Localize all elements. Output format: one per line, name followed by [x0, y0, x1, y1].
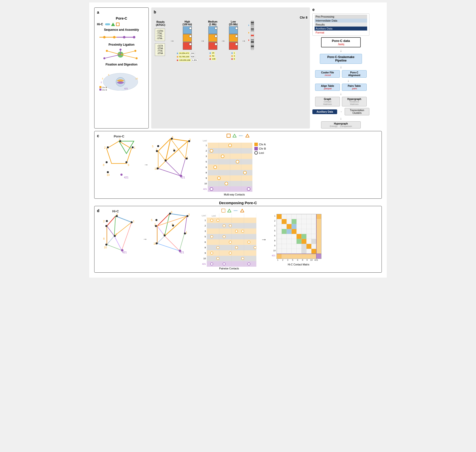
svg-text:3: 3: [287, 259, 288, 261]
svg-rect-275: [301, 219, 306, 224]
chr8-visual: [248, 20, 256, 51]
d-icon-tri2: [240, 209, 244, 213]
svg-rect-310: [297, 239, 301, 244]
svg-rect-326: [287, 249, 292, 254]
svg-rect-340: [311, 254, 316, 259]
svg-rect-288: [277, 229, 282, 234]
svg-point-232: [229, 252, 232, 254]
svg-point-235: [210, 263, 213, 265]
c-matrix-grid: [208, 139, 252, 193]
svg-rect-64: [251, 35, 254, 36]
svg-rect-327: [292, 249, 297, 254]
svg-text:3: 3: [188, 213, 190, 216]
fc-split-1: Cooler File .mcool Pore-CAlignment: [312, 70, 369, 78]
svg-marker-75: [107, 141, 131, 163]
fc-entropy-label: Entropy: [330, 125, 337, 128]
svg-line-156: [107, 236, 114, 245]
svg-text:5: 5: [274, 229, 275, 232]
svg-point-85: [119, 140, 121, 142]
svg-rect-62: [251, 30, 254, 31]
fc-arrow-5: →: [339, 110, 343, 114]
svg-text:9: 9: [306, 259, 308, 261]
svg-point-138: [214, 166, 217, 169]
proximity-ligation-label: Proximity Ligation: [97, 43, 146, 46]
legend-chr-a: Chr A: [254, 143, 266, 146]
svg-text:5: 5: [152, 145, 153, 148]
square-shape: [116, 23, 119, 26]
svg-point-233: [217, 257, 219, 260]
hic-matrix-svg: 1 2 3 5 6 8 9 10 421 1 2 3 5 6 8 9 10 42…: [271, 209, 326, 263]
c-icon-triangle: [233, 134, 237, 138]
svg-point-229: [235, 246, 238, 249]
svg-rect-261: [277, 214, 282, 219]
svg-line-10: [120, 55, 137, 58]
svg-point-112: [157, 145, 159, 147]
c-matrix-with-axis: Loci 1 2 3 5 6 8 9 10 421: [203, 139, 266, 193]
svg-line-101: [180, 159, 185, 176]
svg-text:Hi-C: Hi-C: [112, 209, 119, 213]
svg-point-72: [248, 32, 249, 34]
svg-rect-305: [316, 234, 321, 239]
legend-loci: Loci: [254, 151, 266, 155]
fc-align-table: Align Table .parquet: [315, 84, 340, 91]
svg-point-117: [186, 158, 188, 160]
svg-line-177: [165, 216, 187, 236]
svg-text:2: 2: [101, 81, 102, 84]
legend-loci-swatch: [254, 151, 258, 155]
svg-rect-276: [306, 219, 311, 224]
svg-rect-69: [251, 45, 254, 47]
fc-hypergraph-sub: IncidenceMatrices: [344, 100, 365, 105]
svg-point-222: [235, 230, 238, 232]
svg-point-88: [125, 161, 127, 163]
svg-line-95: [166, 141, 188, 161]
fc-porec-alignment: Pore-CAlignment: [342, 70, 367, 78]
fc-legend-box: Pre-Processing Intermediate Data Results…: [312, 13, 369, 36]
svg-point-224: [210, 235, 213, 238]
svg-point-5: [133, 36, 135, 38]
svg-text:10: 10: [310, 259, 313, 261]
svg-point-2: [103, 36, 106, 38]
panel-d: d Hi-C 2 9 1 8 9 10 421: [94, 206, 382, 273]
fc-comparison-label: Comparison: [340, 125, 352, 128]
fc-hypergraph-entropy: Hypergraph Entropy Comparison: [321, 121, 361, 129]
d-icon-line2: [233, 209, 238, 213]
fc-graph: Graph ContactMatrices: [315, 97, 340, 106]
c-row-2: 2: [203, 148, 208, 154]
arrow-medium-to-low: →: [221, 38, 225, 44]
svg-rect-333: [277, 254, 282, 259]
svg-marker-122: [233, 134, 236, 137]
svg-rect-68: [251, 43, 254, 45]
svg-line-151: [107, 216, 116, 226]
svg-text::TTAC.: :TTAC.: [156, 35, 164, 37]
panel-a-label: a: [97, 10, 146, 15]
svg-text:1: 1: [133, 220, 134, 223]
svg-text:1: 1: [274, 215, 275, 217]
proximity-ligation-svg: [97, 48, 144, 61]
medium-res-section: Medium(1 Mb) 25: [207, 20, 218, 60]
svg-point-54: [235, 35, 238, 37]
hic-shapes: [105, 23, 119, 26]
fc-align-format: .parquet: [317, 87, 338, 90]
svg-text::TTAC: :TTAC: [157, 50, 163, 52]
svg-rect-271: [282, 219, 287, 224]
d-row-1: 1: [202, 218, 207, 223]
fc-pore-c-format: .fastq: [325, 43, 357, 46]
low-res-svg: [228, 26, 239, 51]
d-row-2: 2: [202, 223, 207, 228]
fc-split-3: Graph ContactMatrices Hypergraph Inciden…: [312, 97, 369, 106]
fc-pairs-label: Pairs Table: [344, 85, 365, 87]
svg-rect-318: [292, 244, 297, 249]
svg-rect-331: [311, 249, 316, 254]
fc-legend-auxiliary: Auxiliary Data: [315, 27, 367, 31]
svg-rect-306: [277, 239, 282, 244]
svg-point-141: [225, 182, 228, 185]
panel-b-label: b: [154, 10, 307, 14]
svg-point-4: [123, 36, 125, 38]
svg-rect-304: [311, 234, 316, 239]
c-icon-triangle2: [245, 134, 249, 138]
svg-point-197: [186, 215, 188, 217]
fc-pore-c-title: Pore-C data: [325, 39, 357, 43]
svg-text:8: 8: [103, 237, 105, 240]
svg-point-16: [119, 49, 121, 51]
svg-rect-335: [287, 254, 292, 259]
